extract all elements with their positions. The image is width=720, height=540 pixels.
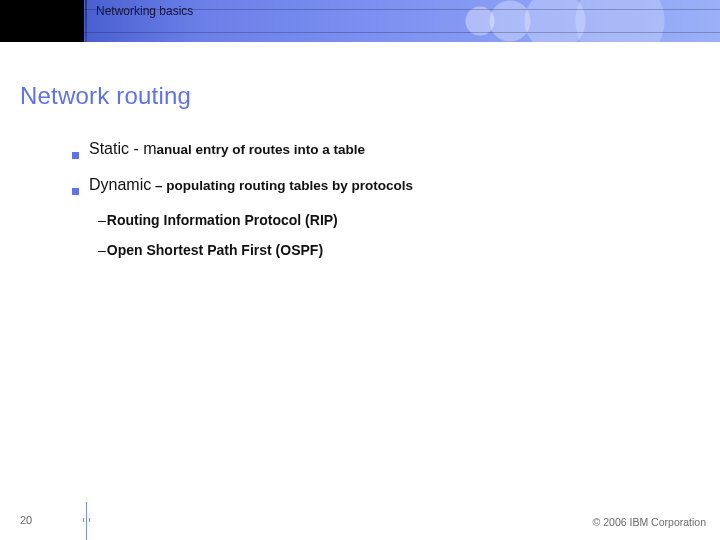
bullet-level2: –Routing Information Protocol (RIP)	[98, 212, 672, 228]
bullet-text: Static - manual entry of routes into a t…	[89, 140, 365, 158]
bullet-square-icon	[72, 188, 79, 195]
dash-icon: –	[98, 242, 106, 258]
bullet-rest: anual entry of routes into a table	[157, 142, 366, 157]
bullet-text: Dynamic – populating routing tables by p…	[89, 176, 413, 194]
bullet-lead: Dynamic	[89, 176, 151, 193]
footer-decor-vline	[86, 502, 87, 540]
dash-icon: –	[98, 212, 106, 228]
page-number: 20	[20, 514, 32, 526]
bullet-square-icon	[72, 152, 79, 159]
header-topic-label: Networking basics	[96, 4, 193, 18]
footer-decor-tick	[89, 518, 90, 522]
bullet-level1: Static - manual entry of routes into a t…	[72, 140, 672, 158]
slide-title: Network routing	[20, 82, 191, 110]
bullet-lead: Static - m	[89, 140, 157, 157]
copyright-text: © 2006 IBM Corporation	[593, 516, 706, 528]
bullet-rest: – populating routing tables by protocols	[151, 178, 413, 193]
bullet-level1: Dynamic – populating routing tables by p…	[72, 176, 672, 194]
footer-decor-tick	[83, 518, 84, 522]
bullet-level2: –Open Shortest Path First (OSPF)	[98, 242, 672, 258]
slide-header: Networking basics	[0, 0, 720, 42]
subbullet-text: Routing Information Protocol (RIP)	[107, 212, 338, 228]
subbullet-text: Open Shortest Path First (OSPF)	[107, 242, 323, 258]
header-decor-vline	[85, 0, 87, 42]
slide-body: Static - manual entry of routes into a t…	[72, 140, 672, 272]
